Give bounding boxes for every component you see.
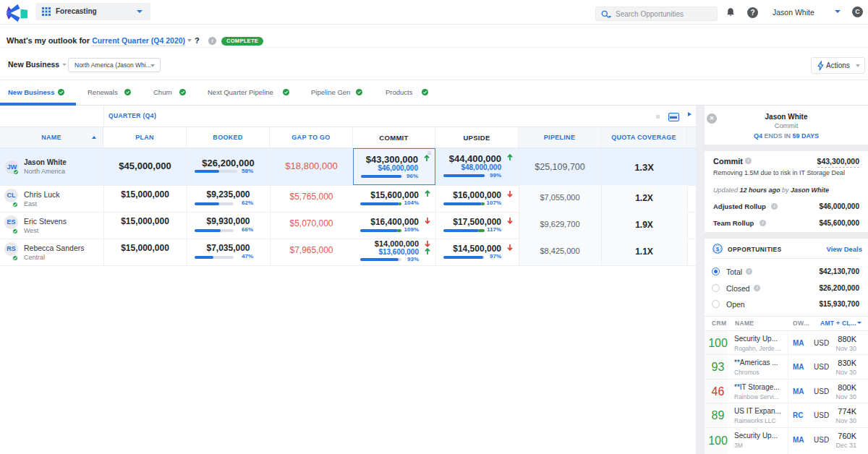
svg-text:$: $	[716, 246, 720, 252]
